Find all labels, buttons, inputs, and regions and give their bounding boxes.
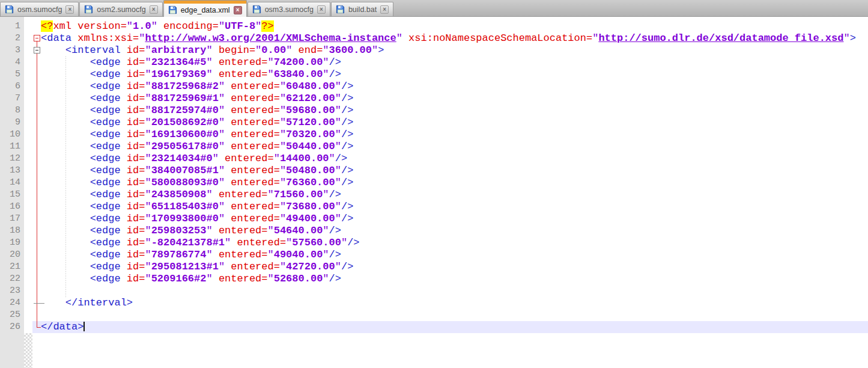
line-number[interactable]: 9 (0, 117, 24, 129)
line-number[interactable]: 3 (0, 44, 24, 57)
code-line[interactable]: 2<data xmlns:xsi="http://www.w3.org/2001… (0, 32, 868, 44)
line-number[interactable]: 21 (0, 261, 24, 273)
line-body[interactable]: <edge id="881725968#2" entered="60480.00… (32, 81, 868, 93)
indent-guide (65, 57, 66, 297)
line-body[interactable]: <edge id="651185403#0" entered="73680.00… (32, 201, 868, 213)
line-number[interactable]: 4 (0, 57, 24, 69)
code-line[interactable]: 5 <edge id="196179369" entered="63840.00… (0, 69, 868, 81)
line-body[interactable]: <interval id="arbitrary" begin="0.00" en… (32, 44, 868, 57)
line-number[interactable]: 22 (0, 273, 24, 285)
line-number[interactable]: 12 (0, 153, 24, 165)
code-line[interactable]: 8 <edge id="881725974#0" entered="59680.… (0, 105, 868, 117)
line-body[interactable]: <edge id="196179369" entered="63840.00"/… (32, 69, 868, 81)
line-body[interactable]: </interval> (32, 297, 868, 309)
line-body[interactable]: <?xml version="1.0" encoding="UTF-8"?> (32, 20, 868, 32)
floppy-save-icon (168, 5, 177, 14)
tab-label: osm2.sumocfg (96, 5, 146, 14)
line-body[interactable] (32, 285, 868, 297)
tab-osm2-sumocfg[interactable]: osm2.sumocfg× (79, 2, 162, 16)
tab-close-icon[interactable]: × (150, 5, 158, 14)
line-body[interactable]: <edge id="23214034#0" entered="14400.00"… (32, 153, 868, 165)
code-line[interactable]: 10 <edge id="169130600#0" entered="70320… (0, 129, 868, 141)
line-body[interactable]: <edge id="384007085#1" entered="50480.00… (32, 165, 868, 177)
code-line[interactable]: 26</data> (0, 321, 868, 333)
line-number[interactable]: 20 (0, 249, 24, 261)
line-body[interactable]: <edge id="169130600#0" entered="70320.00… (32, 129, 868, 141)
line-number[interactable]: 14 (0, 177, 24, 189)
code-line[interactable]: 18 <edge id="259803253" entered="54640.0… (0, 225, 868, 237)
line-body[interactable]: <edge id="881725969#1" entered="62120.00… (32, 93, 868, 105)
tab-osm-sumocfg[interactable]: osm.sumocfg× (0, 2, 79, 16)
code-line[interactable]: 24 </interval> (0, 297, 868, 309)
line-body[interactable]: <edge id="-820421378#1" entered="57560.0… (32, 237, 868, 249)
code-line[interactable]: 16 <edge id="651185403#0" entered="73680… (0, 201, 868, 213)
text-caret (83, 322, 85, 331)
tab-edge-data-xml[interactable]: edge_data.xml× (163, 0, 247, 17)
line-number[interactable]: 26 (0, 321, 24, 333)
tab-label: osm.sumocfg (17, 5, 62, 14)
code-line[interactable]: 23 (0, 285, 868, 297)
line-body[interactable]: <edge id="5209166#2" entered="52680.00"/… (32, 273, 868, 285)
code-line[interactable]: 1<?xml version="1.0" encoding="UTF-8"?> (0, 20, 868, 32)
line-number[interactable]: 24 (0, 297, 24, 309)
line-body[interactable]: <edge id="259803253" entered="54640.00"/… (32, 225, 868, 237)
line-body[interactable]: <edge id="789786774" entered="49040.00"/… (32, 249, 868, 261)
line-body[interactable] (32, 309, 868, 321)
line-body[interactable]: <edge id="580088093#0" entered="76360.00… (32, 177, 868, 189)
code-lines: 1<?xml version="1.0" encoding="UTF-8"?>2… (0, 17, 868, 333)
code-line[interactable]: 11 <edge id="295056178#0" entered="50440… (0, 141, 868, 153)
current-line-body[interactable]: </data> (32, 321, 868, 333)
code-line[interactable]: 19 <edge id="-820421378#1" entered="5756… (0, 237, 868, 249)
code-line[interactable]: 25 (0, 309, 868, 321)
code-line[interactable]: 6 <edge id="881725968#2" entered="60480.… (0, 81, 868, 93)
floppy-save-icon (252, 5, 261, 14)
code-line[interactable]: 4 <edge id="2321364#5" entered="74200.00… (0, 57, 868, 69)
line-number[interactable]: 11 (0, 141, 24, 153)
line-body[interactable]: <edge id="295081213#1" entered="42720.00… (32, 261, 868, 273)
line-body[interactable]: <edge id="295056178#0" entered="50440.00… (32, 141, 868, 153)
line-number[interactable]: 25 (0, 309, 24, 321)
code-line[interactable]: 21 <edge id="295081213#1" entered="42720… (0, 261, 868, 273)
line-number[interactable]: 13 (0, 165, 24, 177)
line-body[interactable]: <edge id="170993800#0" entered="49400.00… (32, 213, 868, 225)
line-number[interactable]: 19 (0, 237, 24, 249)
code-line[interactable]: 22 <edge id="5209166#2" entered="52680.0… (0, 273, 868, 285)
fold-toggle-collapse-icon[interactable] (34, 35, 40, 41)
tab-build-bat[interactable]: build.bat× (331, 2, 393, 16)
line-number[interactable]: 7 (0, 93, 24, 105)
editor-pane[interactable]: 1<?xml version="1.0" encoding="UTF-8"?>2… (0, 17, 868, 368)
tab-close-icon[interactable]: × (317, 5, 326, 14)
fold-guide-line (37, 41, 37, 327)
tab-close-icon[interactable]: × (234, 6, 242, 14)
tab-close-icon[interactable]: × (65, 5, 74, 14)
code-line[interactable]: 14 <edge id="580088093#0" entered="76360… (0, 177, 868, 189)
code-line[interactable]: 17 <edge id="170993800#0" entered="49400… (0, 213, 868, 225)
line-body[interactable]: <edge id="881725974#0" entered="59680.00… (32, 105, 868, 117)
line-number[interactable]: 17 (0, 213, 24, 225)
tab-close-icon[interactable]: × (380, 5, 389, 14)
line-number[interactable]: 10 (0, 129, 24, 141)
fold-end-tick (34, 303, 44, 304)
code-line[interactable]: 13 <edge id="384007085#1" entered="50480… (0, 165, 868, 177)
line-body[interactable]: <data xmlns:xsi="http://www.w3.org/2001/… (32, 32, 868, 44)
code-line[interactable]: 9 <edge id="201508692#0" entered="57120.… (0, 117, 868, 129)
code-line[interactable]: 7 <edge id="881725969#1" entered="62120.… (0, 93, 868, 105)
code-line[interactable]: 15 <edge id="243850908" entered="71560.0… (0, 189, 868, 201)
fold-toggle-collapse-icon[interactable] (34, 47, 40, 54)
code-line[interactable]: 12 <edge id="23214034#0" entered="14400.… (0, 153, 868, 165)
line-number[interactable]: 23 (0, 285, 24, 297)
line-body[interactable]: <edge id="201508692#0" entered="57120.00… (32, 117, 868, 129)
line-number[interactable]: 1 (0, 20, 24, 32)
code-line[interactable]: 3 <interval id="arbitrary" begin="0.00" … (0, 44, 868, 57)
line-number[interactable]: 5 (0, 69, 24, 81)
tab-osm3-sumocfg[interactable]: osm3.sumocfg× (247, 2, 330, 16)
line-number[interactable]: 2 (0, 32, 24, 44)
line-number[interactable]: 8 (0, 105, 24, 117)
line-number[interactable]: 18 (0, 225, 24, 237)
line-number[interactable]: 15 (0, 189, 24, 201)
line-number[interactable]: 16 (0, 201, 24, 213)
line-body[interactable]: <edge id="243850908" entered="71560.00"/… (32, 189, 868, 201)
line-number[interactable]: 6 (0, 81, 24, 93)
line-body[interactable]: <edge id="2321364#5" entered="74200.00"/… (32, 57, 868, 69)
code-line[interactable]: 20 <edge id="789786774" entered="49040.0… (0, 249, 868, 261)
